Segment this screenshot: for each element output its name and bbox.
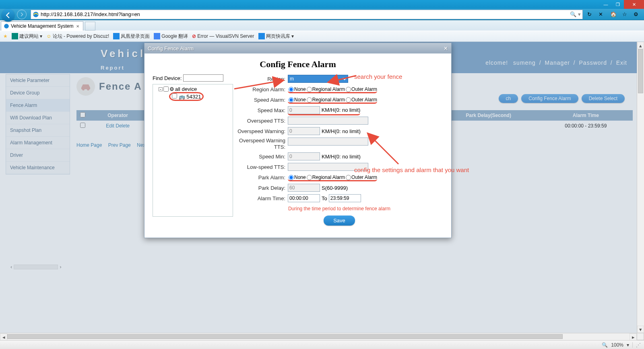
overspeed-warning-input[interactable] xyxy=(288,127,320,135)
hscrollbar[interactable]: ◂ ▸ xyxy=(0,333,637,340)
address-bar[interactable]: http://192.168.168.217/index.html?lang=e… xyxy=(31,10,583,19)
tree-child-checkbox[interactable] xyxy=(172,93,177,99)
lowspeed-tts-label: Low-speed TTS: xyxy=(235,164,288,170)
ie-icon xyxy=(4,23,9,29)
speed-min-input[interactable] xyxy=(288,152,320,160)
speed-min-label: Speed Min: xyxy=(235,154,288,160)
tree-collapse-icon[interactable]: - xyxy=(159,87,163,91)
search-dropdown-icon[interactable]: 🔍 xyxy=(568,10,578,19)
refresh-button[interactable]: ↻ xyxy=(584,10,594,19)
tools-icon[interactable]: ⚙ xyxy=(631,10,641,19)
overspeed-warning-tts-input[interactable] xyxy=(288,138,368,146)
speed-alarm-none[interactable] xyxy=(289,97,294,103)
fav-link-2[interactable]: 凤凰登录页面 xyxy=(113,33,150,40)
speed-max-label: Speed Max: xyxy=(235,107,288,113)
window-close-button[interactable]: ✕ xyxy=(624,0,644,9)
dialog-heading: Config Fence Alarm xyxy=(153,57,443,74)
vscroll-thumb[interactable] xyxy=(638,49,643,93)
region-alarm-none[interactable] xyxy=(289,87,294,92)
speed-max-input[interactable] xyxy=(288,106,320,114)
alarm-time-label: Alarm Time: xyxy=(235,195,288,201)
speed-alarm-label: Speed Alarm: xyxy=(235,97,288,103)
overspeed-tts-input[interactable] xyxy=(288,117,368,125)
new-tab-button[interactable] xyxy=(85,22,95,31)
park-alarm-outer[interactable] xyxy=(346,175,351,180)
nav-forward-button[interactable] xyxy=(17,10,27,19)
region-select[interactable]: m xyxy=(288,75,348,83)
gear-icon: ⚙ xyxy=(169,86,174,92)
url-text[interactable]: http://192.168.168.217/index.html?lang=e… xyxy=(41,11,140,17)
region-label: Region: xyxy=(235,76,288,82)
tree-root-label[interactable]: all device xyxy=(175,86,197,92)
favorites-icon[interactable]: ☆ xyxy=(620,10,630,19)
save-button[interactable]: Save xyxy=(324,216,355,226)
tree-root-checkbox[interactable] xyxy=(163,86,169,92)
park-delay-input[interactable] xyxy=(288,184,320,192)
resize-grip[interactable]: ⋰ xyxy=(636,342,641,348)
speed-alarm-outer[interactable] xyxy=(346,97,351,103)
vscroll-down[interactable]: ▾ xyxy=(637,326,644,333)
home-icon[interactable]: 🏠 xyxy=(609,10,618,19)
find-device-input[interactable] xyxy=(183,74,223,82)
vscroll-up[interactable]: ▴ xyxy=(637,42,644,49)
speed-alarm-regional[interactable] xyxy=(307,97,312,103)
overspeed-warning-tts-label: Overspeed WarningTTS: xyxy=(235,138,288,150)
park-alarm-regional[interactable] xyxy=(307,175,312,180)
window-restore-button[interactable]: ❐ xyxy=(612,0,624,9)
park-delay-label: Park Delay: xyxy=(235,185,288,191)
zoom-value: 100% xyxy=(611,342,623,348)
tab-title: Vehicle Management System xyxy=(11,23,73,29)
find-device-label: Find Device: xyxy=(153,75,182,81)
park-alarm-none[interactable] xyxy=(289,175,294,180)
fav-link-3[interactable]: Google 翻译 xyxy=(154,33,188,40)
hscroll-right[interactable]: ▸ xyxy=(630,333,637,341)
region-alarm-outer[interactable] xyxy=(346,87,351,92)
time-note: During the time period to determine fenc… xyxy=(235,203,443,211)
nav-back-button[interactable] xyxy=(2,9,14,22)
window-minimize-button[interactable]: — xyxy=(600,0,612,9)
lowspeed-tts-input[interactable] xyxy=(288,163,368,171)
dialog-title: Config Fence Alarm xyxy=(148,45,194,51)
favorites-star-icon[interactable]: ★ xyxy=(3,33,8,39)
region-alarm-label: Region Alarm: xyxy=(235,86,288,92)
vscrollbar[interactable]: ▴ ▾ xyxy=(637,42,644,333)
tree-child-label[interactable]: 54321 xyxy=(186,94,201,100)
fav-link-1[interactable]: ☺论坛 - Powered by Discuz! xyxy=(46,33,109,40)
region-alarm-group: None Regional Alarm Outer Alarm xyxy=(288,86,377,92)
region-alarm-regional[interactable] xyxy=(307,87,312,92)
overspeed-tts-label: Overspeed TTS: xyxy=(235,118,288,124)
alarm-time-to[interactable] xyxy=(329,194,361,202)
hscroll-thumb[interactable] xyxy=(7,334,563,339)
hscroll-left[interactable]: ◂ xyxy=(0,333,7,341)
fav-link-5[interactable]: 网页快讯库 ▾ xyxy=(258,33,294,40)
browser-tab[interactable]: Vehicle Management System ✕ xyxy=(1,21,83,31)
svg-point-1 xyxy=(4,24,9,29)
overspeed-warning-label: Overspeed Warning: xyxy=(235,128,288,134)
park-alarm-group: None Regional Alarm Outer Alarm xyxy=(288,174,377,180)
park-alarm-label: Park Alarm: xyxy=(235,174,288,181)
config-fence-alarm-dialog: Config Fence Alarm ✕ Config Fence Alarm … xyxy=(144,43,452,238)
speed-alarm-group: None Regional Alarm Outer Alarm xyxy=(288,97,377,103)
fav-link-4[interactable]: ⊘Error — VisualSVN Server xyxy=(192,33,254,39)
ie-icon xyxy=(33,11,39,18)
zoom-icon[interactable]: 🔍 xyxy=(602,342,608,348)
alarm-time-from[interactable] xyxy=(288,194,320,202)
fav-link-0[interactable]: 建议网站 ▾ xyxy=(12,33,42,40)
dialog-close-icon[interactable]: ✕ xyxy=(444,45,448,51)
tab-close-icon[interactable]: ✕ xyxy=(75,23,80,29)
scroll-corner xyxy=(637,333,644,340)
zoom-dropdown[interactable]: ▾ xyxy=(627,342,629,348)
vehicle-icon: 🚌 xyxy=(179,94,185,100)
device-tree: - ⚙ all device 🚌 54321 xyxy=(153,84,233,217)
stop-button[interactable]: ✕ xyxy=(596,10,605,19)
